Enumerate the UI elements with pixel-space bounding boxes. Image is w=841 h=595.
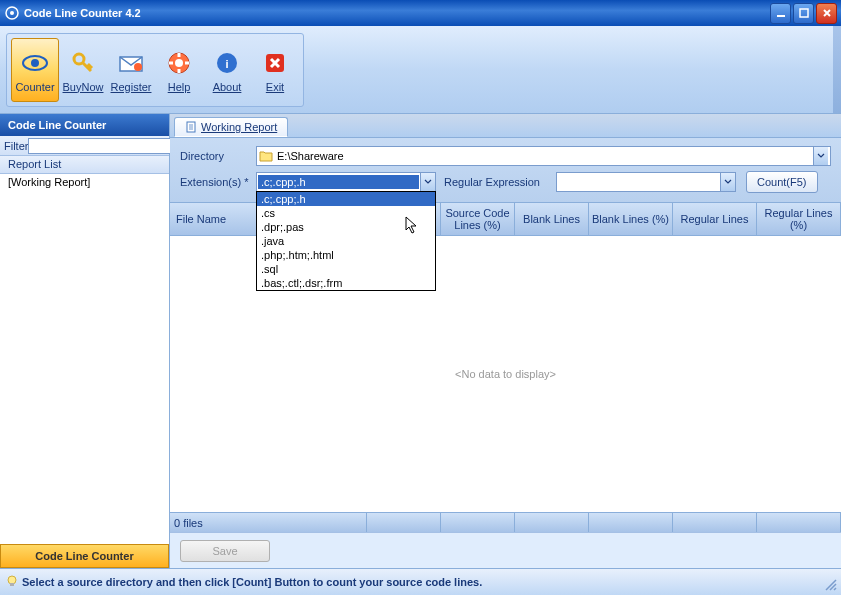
report-list: [Working Report] [0,174,169,544]
dropdown-item[interactable]: .php;.htm;.html [257,248,435,262]
status-bar: Select a source directory and then click… [0,568,841,595]
eye-icon [19,47,51,79]
footer-cell [367,513,441,532]
count-button[interactable]: Count(F5) [746,171,818,193]
dropdown-item[interactable]: .c;.cpp;.h [257,192,435,206]
tool-label: About [213,81,242,93]
toolbar-group: CounterBuyNowRegisterHelpiAboutExit [6,33,304,107]
column-header[interactable]: Blank Lines [515,203,589,235]
document-icon [185,121,197,133]
folder-icon [259,149,273,163]
tab-row: Working Report [170,114,841,138]
tab-label: Working Report [201,121,277,133]
svg-point-1 [10,11,14,15]
help-button[interactable]: Help [155,38,203,102]
save-row: Save [170,532,841,568]
tool-label: BuyNow [63,81,104,93]
svg-rect-2 [777,15,785,17]
title-text: Code Line Counter 4.2 [24,7,768,19]
tab-working-report[interactable]: Working Report [174,117,288,137]
directory-value: E:\Shareware [277,150,813,162]
toolbar: CounterBuyNowRegisterHelpiAboutExit [0,26,841,114]
main-panel: Working Report Directory E:\Shareware Ex… [170,114,841,568]
tool-label: Counter [15,81,54,93]
minimize-button[interactable] [770,3,791,24]
title-bar: Code Line Counter 4.2 [0,0,841,26]
dropdown-item[interactable]: .dpr;.pas [257,220,435,234]
envelope-icon [115,47,147,79]
no-data-text: <No data to display> [455,368,556,380]
info-icon: i [211,47,243,79]
regex-label: Regular Expression [444,176,548,188]
svg-rect-16 [10,583,14,586]
lifebuoy-icon [163,47,195,79]
list-item[interactable]: [Working Report] [0,174,169,190]
regex-dropdown-button[interactable] [720,173,735,191]
buynow-button[interactable]: BuyNow [59,38,107,102]
sidebar-footer: Code Line Counter [0,544,169,568]
counter-button[interactable]: Counter [11,38,59,102]
grid-footer: 0 files [170,512,841,532]
maximize-button[interactable] [793,3,814,24]
register-button[interactable]: Register [107,38,155,102]
footer-cell [757,513,841,532]
svg-point-10 [175,59,183,67]
tool-label: Register [111,81,152,93]
key-icon [67,47,99,79]
footer-cell [515,513,589,532]
status-text: Select a source directory and then click… [22,576,482,588]
report-list-header: Report List [0,156,169,174]
column-header[interactable]: Regular Lines (%) [757,203,841,235]
footer-cell: 0 files [170,513,367,532]
about-button[interactable]: iAbout [203,38,251,102]
dropdown-item[interactable]: .java [257,234,435,248]
extensions-value: .c;.cpp;.h [258,175,419,189]
svg-point-5 [31,59,39,67]
extensions-combo[interactable]: .c;.cpp;.h [256,172,436,192]
dropdown-item[interactable]: .sql [257,262,435,276]
extensions-dropdown-list[interactable]: .c;.cpp;.h.cs.dpr;.pas.java.php;.htm;.ht… [256,191,436,291]
dropdown-item[interactable]: .cs [257,206,435,220]
controls: Directory E:\Shareware Extension(s) * .c… [170,138,841,202]
extensions-label: Extension(s) * [180,176,256,188]
directory-label: Directory [180,150,256,162]
svg-rect-3 [800,9,808,17]
filter-input[interactable] [28,138,172,154]
tool-label: Exit [266,81,284,93]
footer-cell [441,513,515,532]
sidebar: Code Line Counter Filter Report List [Wo… [0,114,170,568]
column-header[interactable]: Source Code Lines (%) [441,203,515,235]
svg-point-15 [8,576,16,584]
directory-dropdown-button[interactable] [813,147,828,165]
close-button[interactable] [816,3,837,24]
sidebar-header: Code Line Counter [0,114,169,136]
bulb-icon [6,575,18,589]
exit-icon [259,47,291,79]
tool-label: Help [168,81,191,93]
exit-button[interactable]: Exit [251,38,299,102]
footer-cell [589,513,673,532]
filter-label: Filter [4,140,28,152]
column-header[interactable]: Blank Lines (%) [589,203,673,235]
column-header[interactable]: Regular Lines [673,203,757,235]
svg-point-8 [134,63,142,71]
resize-grip[interactable] [823,577,837,591]
directory-combo[interactable]: E:\Shareware [256,146,831,166]
app-icon [4,5,20,21]
save-button[interactable]: Save [180,540,270,562]
svg-text:i: i [225,58,228,70]
regex-value [557,173,720,191]
dropdown-item[interactable]: .bas;.ctl;.dsr;.frm [257,276,435,290]
extensions-dropdown-button[interactable] [420,173,435,191]
regex-combo[interactable] [556,172,736,192]
footer-cell [673,513,757,532]
filter-row: Filter [0,136,169,156]
body-area: Code Line Counter Filter Report List [Wo… [0,114,841,568]
